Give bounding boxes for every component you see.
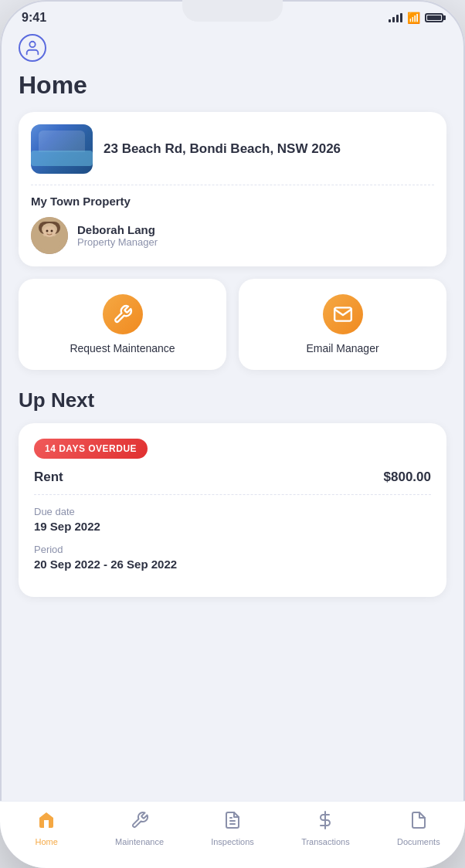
property-address: 23 Beach Rd, Bondi Beach, NSW 2026 bbox=[104, 141, 341, 158]
svg-point-8 bbox=[51, 230, 53, 232]
wifi-icon: 📶 bbox=[407, 12, 420, 24]
due-date-row: Due date 19 Sep 2022 bbox=[34, 506, 431, 533]
due-date-value: 19 Sep 2022 bbox=[34, 520, 431, 533]
status-icons: 📶 bbox=[389, 12, 443, 24]
email-label: Email Manager bbox=[306, 342, 378, 354]
email-manager-button[interactable]: Email Manager bbox=[239, 279, 446, 370]
inspections-nav-icon bbox=[223, 811, 242, 834]
rent-label: Rent bbox=[34, 470, 63, 485]
nav-item-documents[interactable]: Documents bbox=[372, 811, 465, 846]
nav-label-home: Home bbox=[36, 837, 58, 846]
manager-role: Property Manager bbox=[77, 236, 158, 248]
nav-label-documents: Documents bbox=[397, 837, 440, 846]
battery-icon bbox=[425, 13, 443, 22]
rent-row: Rent $800.00 bbox=[34, 470, 431, 485]
email-icon bbox=[323, 294, 363, 334]
maintenance-icon bbox=[103, 294, 143, 334]
status-time: 9:41 bbox=[22, 11, 46, 25]
page-title: Home bbox=[19, 71, 446, 100]
maintenance-label: Request Maintenance bbox=[70, 342, 175, 354]
maintenance-nav-icon bbox=[131, 811, 149, 834]
phone-notch bbox=[182, 0, 283, 22]
rent-amount: $800.00 bbox=[384, 470, 431, 485]
manager-name: Deborah Lang bbox=[77, 223, 158, 236]
period-label: Period bbox=[34, 544, 431, 555]
nav-label-transactions: Transactions bbox=[301, 837, 350, 846]
period-row: Period 20 Sep 2022 - 26 Sep 2022 bbox=[34, 544, 431, 571]
period-value: 20 Sep 2022 - 26 Sep 2022 bbox=[34, 558, 431, 571]
nav-item-home[interactable]: Home bbox=[0, 811, 93, 846]
svg-point-6 bbox=[43, 226, 56, 237]
svg-point-7 bbox=[46, 230, 49, 232]
agency-name: My Town Property bbox=[31, 195, 434, 208]
bottom-nav: Home Maintenance Inspections bbox=[0, 801, 465, 868]
avatar bbox=[31, 217, 68, 254]
overdue-badge: 14 DAYS OVERDUE bbox=[34, 439, 148, 459]
nav-item-inspections[interactable]: Inspections bbox=[186, 811, 279, 846]
home-icon bbox=[37, 811, 56, 834]
signal-icon bbox=[389, 13, 402, 22]
manager-row: Deborah Lang Property Manager bbox=[31, 217, 434, 254]
property-image bbox=[31, 124, 93, 174]
nav-label-maintenance: Maintenance bbox=[115, 837, 164, 846]
documents-nav-icon bbox=[409, 811, 428, 834]
property-divider bbox=[31, 185, 434, 185]
nav-label-inspections: Inspections bbox=[211, 837, 254, 846]
up-next-card: 14 DAYS OVERDUE Rent $800.00 Due date 19… bbox=[19, 423, 446, 597]
action-buttons: Request Maintenance Email Manager bbox=[19, 279, 446, 370]
manager-info: Deborah Lang Property Manager bbox=[77, 223, 158, 248]
svg-point-0 bbox=[29, 42, 35, 47]
request-maintenance-button[interactable]: Request Maintenance bbox=[19, 279, 226, 370]
scroll-area: Home 23 Beach Rd, Bondi Beach, NSW 2026 … bbox=[0, 28, 465, 801]
nav-item-maintenance[interactable]: Maintenance bbox=[93, 811, 185, 846]
due-date-label: Due date bbox=[34, 506, 431, 517]
rent-divider bbox=[34, 494, 431, 495]
profile-icon[interactable] bbox=[19, 34, 46, 62]
svg-point-5 bbox=[39, 236, 60, 251]
phone-frame: 9:41 📶 Home bbox=[0, 0, 465, 868]
nav-item-transactions[interactable]: Transactions bbox=[279, 811, 372, 846]
transactions-nav-icon bbox=[316, 811, 334, 834]
property-header: 23 Beach Rd, Bondi Beach, NSW 2026 bbox=[31, 124, 434, 174]
section-title-upnext: Up Next bbox=[19, 388, 446, 412]
property-card: 23 Beach Rd, Bondi Beach, NSW 2026 My To… bbox=[19, 112, 446, 266]
